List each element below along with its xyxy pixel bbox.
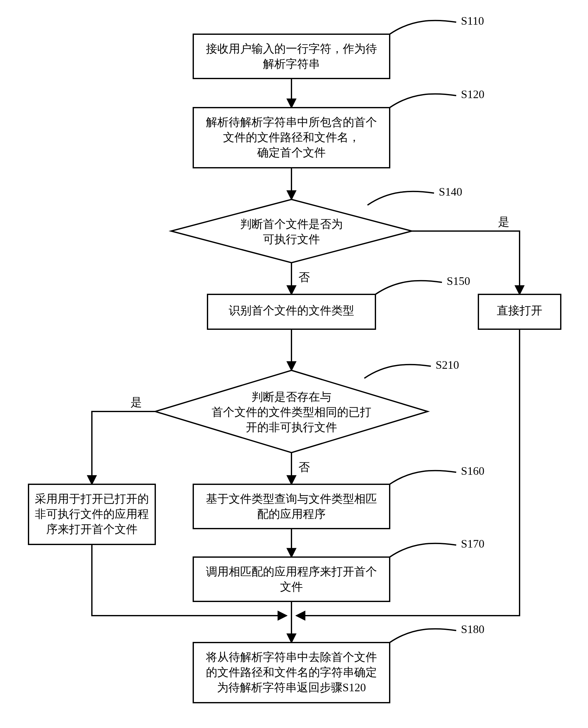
edge-s140-no-label: 否: [298, 271, 310, 284]
label-s120-text: S120: [461, 88, 484, 101]
edge-s210-no-label: 否: [298, 461, 310, 473]
step-s180-line2: 的文件路径和文件名的字符串确定: [206, 666, 377, 679]
step-use-opened: 采用用于打开已打开的 非可执行文件的应用程 序来打开首个文件: [28, 484, 155, 545]
step-s120-line3: 确定首个文件: [257, 146, 326, 159]
label-s160-text: S160: [461, 465, 484, 477]
decision-s140: 判断首个文件是否为 可执行文件: [171, 199, 412, 263]
step-s110-line2: 解析字符串: [263, 58, 320, 70]
step-label-s120: S120: [390, 88, 484, 108]
step-s170-line2: 文件: [280, 580, 303, 593]
label-s170-text: S170: [461, 537, 484, 550]
step-s120-line1: 解析待解析字符串中所包含的首个: [206, 116, 377, 129]
step-label-s140: S140: [368, 185, 462, 205]
step-label-s210: S210: [364, 359, 459, 378]
svg-marker-2: [171, 199, 412, 263]
decision-s210-line2: 首个文件的文件类型相同的已打: [212, 406, 371, 418]
step-open-direct: 直接打开: [478, 294, 561, 329]
step-label-s160: S160: [390, 465, 484, 484]
step-s180: 将从待解析字符串中去除首个文件 的文件路径和文件名的字符串确定 为待解析字符串返…: [193, 642, 390, 703]
svg-rect-8: [193, 557, 390, 601]
label-s140-text: S140: [439, 185, 462, 198]
step-use-opened-line3: 序来打开首个文件: [46, 523, 138, 535]
step-open-direct-line1: 直接打开: [497, 304, 542, 317]
step-label-s110: S110: [390, 15, 484, 34]
step-s110: 接收用户输入的一行字符，作为待 解析字符串: [193, 34, 390, 79]
arrow-s210-useopened: [92, 412, 155, 484]
decision-s210: 判断是否存在与 首个文件的文件类型相同的已打 开的非可执行文件: [155, 370, 428, 453]
svg-rect-7: [193, 484, 390, 529]
step-s110-line1: 接收用户输入的一行字符，作为待: [206, 42, 377, 55]
step-s150-line1: 识别首个文件的文件类型: [229, 304, 354, 317]
step-s180-line1: 将从待解析字符串中去除首个文件: [206, 651, 377, 663]
step-s170-line1: 调用相匹配的应用程序来打开首个: [206, 565, 377, 578]
decision-s140-line1: 判断首个文件是否为: [240, 218, 343, 230]
label-s150-text: S150: [447, 275, 470, 287]
label-s210-text: S210: [436, 359, 459, 371]
decision-s140-line2: 可执行文件: [263, 233, 320, 246]
step-s120: 解析待解析字符串中所包含的首个 文件的文件路径和文件名， 确定首个文件: [193, 108, 390, 168]
decision-s210-line3: 开的非可执行文件: [246, 421, 337, 434]
step-s160: 基于文件类型查询与文件类型相匹 配的应用程序: [193, 484, 390, 529]
label-s180-text: S180: [461, 623, 484, 636]
step-s120-line2: 文件的文件路径和文件名，: [223, 131, 360, 144]
step-use-opened-line1: 采用用于打开已打开的: [35, 492, 149, 505]
step-s160-line1: 基于文件类型查询与文件类型相匹: [206, 492, 377, 505]
step-s180-line3: 为待解析字符串返回步骤S120: [217, 681, 366, 694]
step-s160-line2: 配的应用程序: [257, 508, 326, 520]
svg-rect-0: [193, 34, 390, 79]
step-s170: 调用相匹配的应用程序来打开首个 文件: [193, 557, 390, 601]
label-s110-text: S110: [461, 15, 484, 27]
step-label-s170: S170: [390, 537, 484, 557]
step-label-s180: S180: [390, 623, 484, 642]
decision-s210-line1: 判断是否存在与: [252, 391, 331, 403]
step-use-opened-line2: 非可执行文件的应用程: [35, 508, 149, 520]
step-label-s150: S150: [375, 275, 470, 294]
edge-s210-yes-label: 是: [130, 396, 142, 409]
step-s150: 识别首个文件的文件类型: [208, 294, 375, 329]
edge-s140-yes-label: 是: [498, 216, 509, 228]
